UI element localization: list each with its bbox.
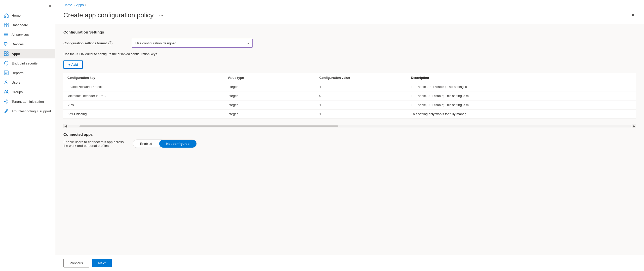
cell-key-3: Anti-Phishing xyxy=(63,110,224,119)
next-button[interactable]: Next xyxy=(92,259,112,267)
format-row: Configuration settings format i Use conf… xyxy=(63,39,636,48)
svg-rect-12 xyxy=(7,54,8,56)
breadcrumb-home[interactable]: Home xyxy=(63,3,72,7)
gear-icon xyxy=(4,99,9,104)
sidebar-item-apps[interactable]: Apps xyxy=(0,49,55,58)
grid-icon xyxy=(4,32,9,37)
toggle-enabled[interactable]: Enabled xyxy=(133,140,159,148)
wrench-icon xyxy=(4,109,9,113)
users-icon xyxy=(4,80,9,85)
sidebar-item-endpoint-security[interactable]: Endpoint security xyxy=(0,58,55,68)
sidebar-collapse-area: « xyxy=(0,0,55,11)
svg-rect-1 xyxy=(7,23,8,24)
table-row[interactable]: Microsoft Defender in Pe... integer 0 1 … xyxy=(63,91,636,100)
connected-apps-toggle-row: Enable users to connect this app across … xyxy=(63,140,636,148)
section-title: Configuration Settings xyxy=(63,24,636,34)
format-select-wrapper: Use configuration designer Enter JSON da… xyxy=(132,39,253,48)
sidebar-collapse-button[interactable]: « xyxy=(48,3,52,9)
json-hint: Use the JSON editor to configure the dis… xyxy=(63,52,636,56)
breadcrumb-apps[interactable]: Apps xyxy=(76,3,84,7)
page-title-row: Create app configuration policy ··· × xyxy=(55,8,644,24)
svg-point-18 xyxy=(5,90,6,92)
page-title: Create app configuration policy xyxy=(63,11,153,19)
table-row[interactable]: Anti-Phishing integer 1 This setting onl… xyxy=(63,110,636,119)
sidebar-item-groups[interactable]: Groups xyxy=(0,87,55,97)
more-options-button[interactable]: ··· xyxy=(157,11,165,19)
svg-rect-0 xyxy=(4,23,6,24)
table-header-row: Configuration key Value type Configurati… xyxy=(63,73,636,82)
cell-type-0: integer xyxy=(224,82,315,91)
dashboard-icon xyxy=(4,23,9,27)
header: Home › Apps › xyxy=(55,0,644,8)
col-header-type: Value type xyxy=(224,73,315,82)
cell-desc-0: 1 - Enable , 0 - Disable ; This setting … xyxy=(407,82,636,91)
previous-button[interactable]: Previous xyxy=(63,259,89,267)
cell-desc-3: This setting only works for fully manag xyxy=(407,110,636,119)
scroll-right-arrow[interactable]: ▶ xyxy=(632,124,636,128)
svg-rect-3 xyxy=(7,25,8,27)
table-body: Enable Network Protecti... integer 1 1 -… xyxy=(63,82,636,119)
cell-key-1: Microsoft Defender in Pe... xyxy=(63,91,224,100)
cell-value-0: 1 xyxy=(315,82,407,91)
cell-desc-2: 1 - Enable, 0 - Disable; This setting is… xyxy=(407,100,636,110)
sidebar-item-all-services[interactable]: All services xyxy=(0,30,55,39)
footer: Previous Next xyxy=(55,255,644,271)
scroll-left-arrow[interactable]: ◀ xyxy=(63,124,67,128)
svg-rect-2 xyxy=(4,25,6,27)
sidebar-item-tenant-admin[interactable]: Tenant administration xyxy=(0,97,55,106)
format-select[interactable]: Use configuration designer Enter JSON da… xyxy=(132,39,253,48)
cell-type-2: integer xyxy=(224,100,315,110)
home-icon xyxy=(4,13,9,18)
cell-value-2: 1 xyxy=(315,100,407,110)
sidebar-item-devices[interactable]: Devices xyxy=(0,39,55,49)
sidebar-item-troubleshooting[interactable]: Troubleshooting + support xyxy=(0,106,55,116)
connected-apps-section: Connected apps Enable users to connect t… xyxy=(63,132,636,148)
svg-point-20 xyxy=(6,101,7,102)
table-row[interactable]: VPN integer 1 1 - Enable, 0 - Disable; T… xyxy=(63,100,636,110)
svg-point-19 xyxy=(7,91,8,92)
table-container: Configuration key Value type Configurati… xyxy=(63,73,636,123)
reports-icon xyxy=(4,71,9,75)
sidebar-item-home[interactable]: Home xyxy=(0,11,55,20)
cell-key-0: Enable Network Protecti... xyxy=(63,82,224,91)
svg-rect-10 xyxy=(7,52,8,53)
cell-value-1: 0 xyxy=(315,91,407,100)
close-button[interactable]: × xyxy=(630,10,636,20)
connected-apps-label: Enable users to connect this app across … xyxy=(63,140,129,148)
sidebar-item-users[interactable]: Users xyxy=(0,78,55,87)
cell-key-2: VPN xyxy=(63,100,224,110)
breadcrumb: Home › Apps › xyxy=(63,3,86,8)
cell-value-3: 1 xyxy=(315,110,407,119)
connected-apps-title: Connected apps xyxy=(63,132,636,137)
scrollbar-thumb xyxy=(79,125,338,127)
config-table: Configuration key Value type Configurati… xyxy=(63,73,636,119)
devices-icon xyxy=(4,42,9,46)
content-area: Configuration Settings Configuration set… xyxy=(55,24,644,255)
table-row[interactable]: Enable Network Protecti... integer 1 1 -… xyxy=(63,82,636,91)
horizontal-scrollbar-row: ◀ ▶ xyxy=(63,124,636,128)
sidebar: « Home Dashboard All services Devices Ap… xyxy=(0,0,55,271)
format-label: Configuration settings format i xyxy=(63,41,129,45)
sidebar-item-reports[interactable]: Reports xyxy=(0,68,55,78)
svg-rect-9 xyxy=(4,52,6,53)
toggle-not-configured[interactable]: Not configured xyxy=(159,140,196,148)
col-header-desc: Description xyxy=(407,73,636,82)
col-header-key: Configuration key xyxy=(63,73,224,82)
apps-icon xyxy=(4,51,9,56)
cell-type-1: integer xyxy=(224,91,315,100)
cell-desc-1: 1 - Enable, 0 - Disable; This setting is… xyxy=(407,91,636,100)
svg-rect-11 xyxy=(4,54,6,56)
connected-apps-toggle-group: Enabled Not configured xyxy=(133,140,197,148)
scrollbar-track xyxy=(68,125,631,127)
add-button[interactable]: + Add xyxy=(63,60,83,69)
format-info-icon[interactable]: i xyxy=(108,41,112,45)
groups-icon xyxy=(4,90,9,94)
col-header-value: Configuration value xyxy=(315,73,407,82)
shield-icon xyxy=(4,61,9,65)
main-panel: Home › Apps › Create app configuration p… xyxy=(55,0,644,271)
sidebar-item-dashboard[interactable]: Dashboard xyxy=(0,20,55,30)
svg-point-17 xyxy=(6,81,7,83)
cell-type-3: integer xyxy=(224,110,315,119)
svg-rect-7 xyxy=(4,43,7,45)
